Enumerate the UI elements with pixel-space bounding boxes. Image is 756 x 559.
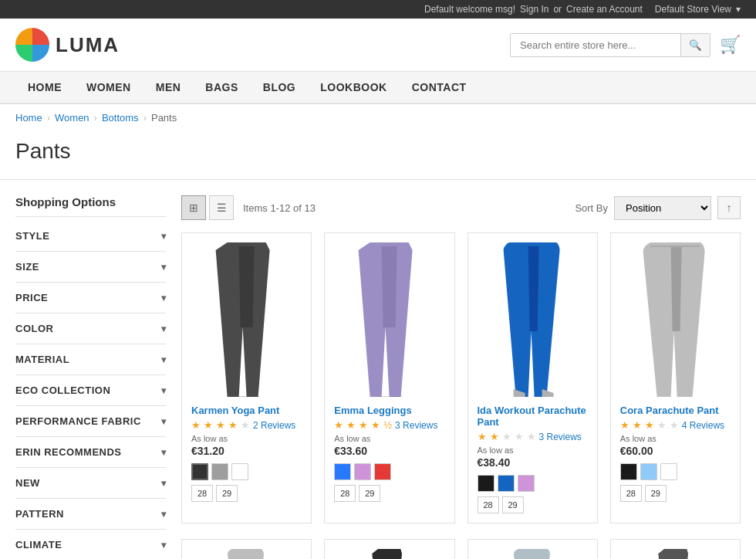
product-image-ida — [478, 242, 588, 397]
size-swatches-emma: 28 29 — [334, 485, 444, 502]
nav-blog[interactable]: Blog — [251, 72, 308, 103]
search-bar: 🔍 — [510, 33, 710, 57]
filter-new-header[interactable]: NEW ▾ — [15, 468, 166, 498]
swatch-gray[interactable] — [211, 463, 228, 480]
filter-color-header[interactable]: COLOR ▾ — [15, 313, 166, 344]
breadcrumb-women[interactable]: Women — [55, 112, 89, 124]
swatch-red[interactable] — [374, 463, 391, 480]
product-grid-bottom-row — [181, 539, 741, 559]
swatch-black[interactable] — [478, 475, 494, 492]
grid-view-button[interactable]: ⊞ — [181, 195, 206, 220]
sort-label: Sort By — [575, 202, 608, 214]
reviews-count-ida[interactable]: 3 Reviews — [539, 432, 582, 442]
breadcrumb-home[interactable]: Home — [15, 112, 42, 124]
filter-style-chevron-icon: ▾ — [161, 231, 167, 242]
nav-home[interactable]: Home — [15, 72, 74, 103]
search-button[interactable]: 🔍 — [680, 34, 710, 56]
swatch-white[interactable] — [660, 463, 677, 480]
size-28-karmen[interactable]: 28 — [191, 485, 213, 502]
price-label-karmen: As low as — [191, 434, 302, 443]
cart-icon[interactable]: 🛒 — [720, 35, 741, 55]
logo[interactable]: LUMA — [15, 28, 120, 62]
size-28-cora[interactable]: 28 — [620, 485, 642, 502]
swatch-purple[interactable] — [354, 463, 371, 480]
star-1: ★ — [334, 419, 343, 431]
filter-pattern-header[interactable]: PATTERN ▾ — [15, 499, 166, 529]
filter-performance-header[interactable]: PERFORMANCE FABRIC ▾ — [15, 406, 166, 436]
star-3: ★ — [216, 419, 225, 431]
sort-direction-button[interactable]: ↑ — [717, 196, 741, 219]
size-29-karmen[interactable]: 29 — [216, 485, 238, 502]
size-29-ida[interactable]: 29 — [502, 496, 524, 513]
size-28-emma[interactable]: 28 — [334, 485, 356, 502]
search-input[interactable] — [511, 34, 680, 56]
product-name-karmen[interactable]: Karmen Yoga Pant — [191, 405, 302, 416]
filter-erin-chevron-icon: ▾ — [161, 447, 167, 458]
swatch-white[interactable] — [231, 463, 248, 480]
reviews-count-karmen[interactable]: 2 Reviews — [253, 420, 295, 431]
size-29-emma[interactable]: 29 — [359, 485, 380, 502]
swatch-blue[interactable] — [498, 475, 515, 492]
filter-style: STYLE ▾ — [15, 221, 166, 252]
star-4: ★ — [371, 419, 380, 431]
filter-price-header[interactable]: PRICE ▾ — [15, 283, 166, 313]
bottom-product-4 — [610, 539, 741, 559]
size-28-ida[interactable]: 28 — [478, 496, 499, 513]
swatch-purple[interactable] — [518, 475, 535, 492]
filter-material-label: MATERIAL — [15, 354, 69, 365]
filter-style-header[interactable]: STYLE ▾ — [15, 221, 166, 251]
nav-women[interactable]: Women — [74, 72, 143, 103]
breadcrumb-bottoms[interactable]: Bottoms — [102, 112, 139, 124]
header-right: 🔍 🛒 — [510, 33, 741, 57]
size-swatches-ida: 28 29 — [478, 496, 588, 513]
filter-size-header[interactable]: SIZE ▾ — [15, 252, 166, 282]
size-29-cora[interactable]: 29 — [645, 485, 667, 502]
price-cora: €60.00 — [620, 445, 731, 457]
sort-select[interactable]: Position Product Name Price — [614, 196, 711, 220]
product-name-ida[interactable]: Ida Workout Parachute Pant — [478, 405, 588, 428]
star-2: ★ — [490, 431, 499, 442]
list-view-button[interactable]: ☰ — [209, 195, 234, 220]
color-swatches-emma — [334, 463, 444, 480]
color-swatches-ida — [478, 475, 588, 492]
create-account-link[interactable]: Create an Account — [566, 4, 643, 15]
breadcrumb: Home › Women › Bottoms › Pants — [0, 104, 756, 131]
price-label-emma: As low as — [334, 434, 444, 443]
filter-erin-header[interactable]: ERIN RECOMMENDS ▾ — [15, 437, 166, 467]
product-image-emma — [334, 242, 444, 397]
size-swatches-karmen: 28 29 — [191, 485, 302, 502]
nav-lookbook[interactable]: Lookbook — [308, 72, 399, 103]
filter-material-header[interactable]: MATERIAL ▾ — [15, 344, 166, 374]
reviews-count-cora[interactable]: 4 Reviews — [682, 420, 724, 431]
swatch-blue[interactable] — [334, 463, 351, 480]
sidebar: Shopping Options STYLE ▾ SIZE ▾ PRICE ▾ … — [15, 195, 166, 559]
or-text: or — [553, 4, 562, 15]
product-card-ida: Ida Workout Parachute Pant ★ ★ ★ ★ ★ 3 R… — [467, 232, 598, 523]
filter-size-label: SIZE — [15, 261, 39, 273]
nav-contact[interactable]: Contact — [400, 72, 479, 103]
list-icon: ☰ — [217, 202, 227, 214]
swatch-black[interactable] — [620, 463, 637, 480]
toolbar: ⊞ ☰ Items 1-12 of 13 Sort By Position Pr… — [181, 195, 741, 220]
signin-link[interactable]: Sign In — [520, 4, 548, 15]
swatch-black[interactable] — [191, 463, 208, 480]
filter-erin: ERIN RECOMMENDS ▾ — [15, 437, 166, 468]
swatch-lightblue[interactable] — [640, 463, 657, 480]
page-title: Pants — [0, 131, 756, 180]
star-4: ★ — [228, 419, 238, 431]
stars-cora: ★ ★ ★ ★ ★ 4 Reviews — [620, 419, 731, 431]
product-name-cora[interactable]: Cora Parachute Pant — [620, 405, 731, 416]
price-label-ida: As low as — [478, 446, 588, 455]
star-1: ★ — [478, 431, 487, 442]
filter-eco-header[interactable]: ECO COLLECTION ▾ — [15, 375, 166, 405]
filter-color: COLOR ▾ — [15, 313, 166, 344]
nav-bags[interactable]: Bags — [193, 72, 250, 103]
filter-price-label: PRICE — [15, 292, 48, 303]
reviews-count-emma[interactable]: 3 Reviews — [395, 420, 437, 431]
nav-men[interactable]: Men — [143, 72, 194, 103]
product-name-emma[interactable]: Emma Leggings — [334, 405, 444, 416]
header: LUMA 🔍 🛒 — [0, 19, 756, 72]
filter-climate-header[interactable]: CLIMATE ▾ — [15, 530, 166, 559]
product-image-cora — [620, 242, 731, 397]
breadcrumb-sep-1: › — [47, 112, 50, 124]
